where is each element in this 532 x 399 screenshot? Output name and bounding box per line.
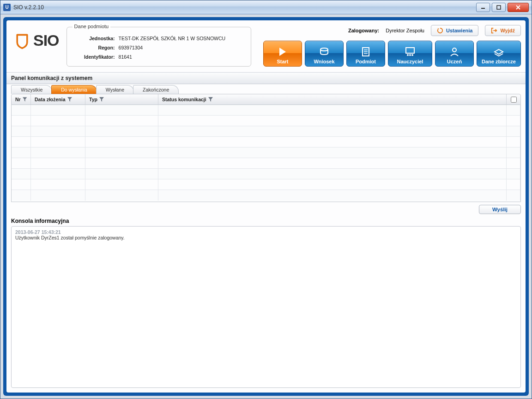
nav-uczen-button[interactable]: Uczeń — [435, 41, 474, 67]
panel-title: Panel komunikacji z systemem — [6, 72, 526, 84]
logo-text: SIO — [33, 31, 59, 49]
col-status[interactable]: Status komunikacji — [158, 94, 507, 104]
svg-point-2 — [320, 48, 328, 51]
grid-body — [11, 105, 521, 202]
entity-value: 693971304 — [115, 43, 143, 52]
entity-fieldset: Dane podmiotu Jednostka:TEST-DK ZESPÓŁ S… — [66, 27, 251, 67]
nav-label: Wniosek — [314, 59, 334, 64]
svg-point-8 — [453, 48, 456, 52]
nav-label: Nauczyciel — [397, 59, 423, 64]
outer-frame: SIO Dane podmiotu Jednostka:TEST-DK ZESP… — [3, 17, 529, 396]
nav-podmiot-button[interactable]: Podmiot — [346, 41, 385, 67]
entity-key: Identyfikator: — [74, 52, 115, 61]
uczen-icon — [448, 46, 460, 58]
exit-button[interactable]: Wyjdź — [485, 25, 521, 36]
svg-rect-1 — [497, 6, 501, 9]
dane-zbiorcze-icon — [493, 46, 505, 58]
nav-wniosek-button[interactable]: Wniosek — [305, 41, 344, 67]
shield-icon — [14, 32, 30, 49]
table-row[interactable] — [12, 105, 520, 116]
table-row[interactable] — [12, 169, 520, 179]
nav-dane-zbiorcze-button[interactable]: Dane zbiorcze — [477, 41, 521, 67]
login-value: Dyrektor Zespołu — [386, 28, 424, 33]
grid: Nr Data złożenia Typ Status komunikacji — [11, 94, 521, 202]
tab-do-wyslania[interactable]: Do wysłania — [51, 85, 97, 94]
entity-value: TEST-DK ZESPÓŁ SZKÓŁ NR 1 W SOSNOWCU — [115, 34, 226, 43]
table-row[interactable] — [12, 137, 520, 147]
tab-wszystkie[interactable]: Wszystkie — [11, 85, 52, 94]
filter-icon — [67, 97, 72, 102]
console-title: Konsola informacyjna — [6, 218, 526, 226]
logo: SIO — [11, 25, 61, 49]
podmiot-icon — [360, 46, 372, 58]
nav-label: Dane zbiorcze — [482, 59, 516, 64]
maximize-icon — [496, 5, 501, 10]
nauczyciel-icon — [404, 46, 416, 58]
nav-nauczyciel-button[interactable]: Nauczyciel — [388, 41, 432, 67]
close-icon — [515, 5, 521, 10]
col-checkbox — [507, 94, 520, 104]
svg-point-7 — [411, 54, 413, 56]
header: SIO Dane podmiotu Jednostka:TEST-DK ZESP… — [6, 20, 526, 72]
send-button[interactable]: Wyślij — [479, 205, 521, 214]
svg-rect-0 — [481, 8, 485, 9]
filter-icon — [99, 97, 104, 102]
svg-rect-4 — [406, 48, 414, 53]
window-title: SIO v.2.2.10 — [13, 4, 476, 11]
table-row[interactable] — [12, 190, 520, 201]
nav-start-button[interactable]: Start — [263, 41, 302, 67]
select-all-checkbox[interactable] — [511, 97, 517, 103]
grid-header: Nr Data złożenia Typ Status komunikacji — [11, 94, 521, 105]
login-label: Zalogowany: — [348, 28, 379, 33]
nav-label: Podmiot — [356, 59, 376, 64]
nav-label: Start — [277, 59, 288, 64]
entity-key: Regon: — [74, 43, 115, 52]
table-row[interactable] — [12, 116, 520, 126]
exit-icon — [491, 27, 497, 34]
wniosek-icon — [318, 46, 330, 58]
close-button[interactable] — [508, 3, 529, 12]
maximize-button[interactable] — [492, 3, 506, 12]
col-date[interactable]: Data złożenia — [31, 94, 85, 104]
settings-button[interactable]: Ustawienia — [431, 25, 478, 36]
console-message: Użytkownik DyrZes1 został pomyślnie zalo… — [15, 235, 517, 240]
entity-value: 81641 — [115, 52, 132, 61]
login-row: Zalogowany: Dyrektor Zespołu Ustawienia … — [348, 25, 521, 36]
filter-icon — [208, 97, 213, 102]
tab-wyslane[interactable]: Wysłane — [96, 85, 134, 94]
start-icon — [277, 46, 289, 58]
table-row[interactable] — [12, 179, 520, 190]
tab-zakonczone[interactable]: Zakończone — [133, 85, 179, 94]
filter-icon — [23, 97, 27, 102]
app-window: U SIO v.2.2.10 SIO — [0, 0, 532, 399]
nav-label: Uczeń — [447, 59, 462, 64]
table-row[interactable] — [12, 158, 520, 169]
entity-legend: Dane podmiotu — [73, 24, 111, 29]
svg-point-5 — [407, 54, 409, 56]
app-icon: U — [3, 4, 11, 11]
table-row[interactable] — [12, 126, 520, 137]
refresh-icon — [437, 27, 443, 34]
svg-point-6 — [409, 54, 411, 56]
col-typ[interactable]: Typ — [85, 94, 158, 104]
console-timestamp: 2013-06-27 15:43:21 — [15, 229, 517, 235]
table-row[interactable] — [12, 147, 520, 158]
titlebar: U SIO v.2.2.10 — [0, 0, 532, 14]
entity-key: Jednostka: — [74, 34, 115, 43]
tabs: WszystkieDo wysłaniaWysłaneZakończone — [6, 85, 526, 94]
console: 2013-06-27 15:43:21 Użytkownik DyrZes1 z… — [11, 226, 521, 388]
minimize-button[interactable] — [476, 3, 490, 12]
content-area: SIO Dane podmiotu Jednostka:TEST-DK ZESP… — [6, 20, 526, 393]
main-nav: StartWniosekPodmiotNauczycielUczeńDane z… — [263, 41, 521, 67]
minimize-icon — [481, 6, 485, 9]
col-nr[interactable]: Nr — [12, 94, 31, 104]
